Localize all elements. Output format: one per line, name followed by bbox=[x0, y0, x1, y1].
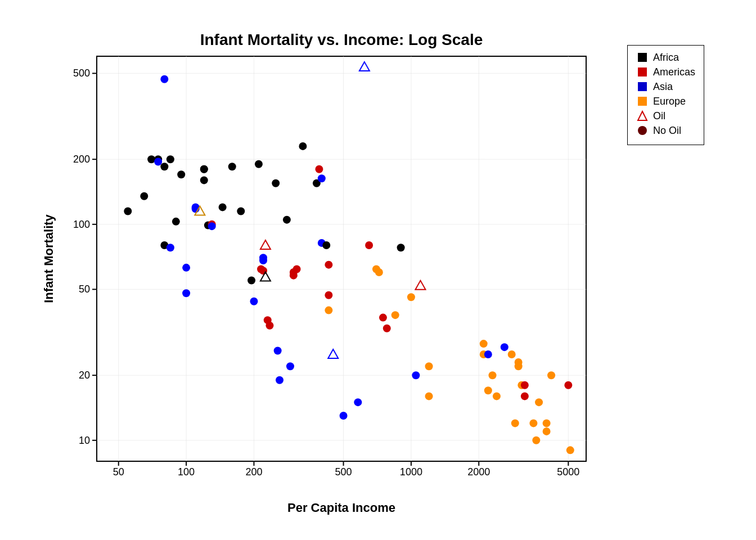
legend-item: Asia bbox=[636, 80, 695, 93]
legend-symbol bbox=[636, 80, 649, 93]
legend-item: Africa bbox=[636, 51, 695, 64]
chart-legend: AfricaAmericasAsiaEuropeOilNo Oil bbox=[627, 45, 704, 145]
svg-rect-1 bbox=[638, 68, 647, 76]
legend-item: No Oil bbox=[636, 124, 695, 137]
legend-symbol bbox=[636, 95, 649, 107]
legend-item: Europe bbox=[636, 95, 695, 107]
legend-label: Americas bbox=[653, 66, 695, 78]
legend-symbol bbox=[636, 124, 649, 137]
legend-item: Oil bbox=[636, 110, 695, 122]
legend-symbol bbox=[636, 66, 649, 78]
svg-rect-3 bbox=[638, 97, 647, 106]
legend-label: Europe bbox=[653, 96, 686, 107]
legend-item: Americas bbox=[636, 66, 695, 78]
svg-point-5 bbox=[638, 126, 647, 135]
chart-container: AfricaAmericasAsiaEuropeOilNo Oil bbox=[40, 22, 716, 518]
svg-rect-2 bbox=[638, 82, 647, 91]
legend-symbol bbox=[636, 51, 649, 64]
legend-label: No Oil bbox=[653, 125, 681, 137]
chart-canvas bbox=[40, 22, 716, 518]
svg-rect-0 bbox=[638, 53, 647, 62]
legend-label: Oil bbox=[653, 110, 665, 122]
svg-marker-4 bbox=[638, 111, 647, 120]
legend-label: Africa bbox=[653, 52, 679, 64]
legend-symbol bbox=[636, 110, 649, 122]
legend-label: Asia bbox=[653, 81, 673, 93]
